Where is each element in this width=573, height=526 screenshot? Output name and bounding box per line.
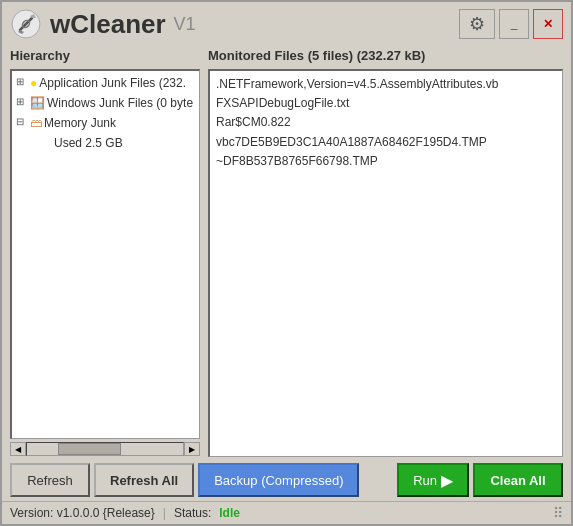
left-panel: Hierarchy ⊞ ● Application Junk Files (23… [10,46,200,457]
resize-grip[interactable]: ⠿ [553,505,563,521]
icon-win-junk: 🪟 [30,94,45,112]
file-list-panel[interactable]: .NETFramework,Version=v4.5.AssemblyAttri… [208,69,563,457]
monitored-files-header: Monitored Files (5 files) (232.27 kB) [208,46,563,65]
clean-button[interactable]: Clean All [473,463,563,497]
minimize-button[interactable]: _ [499,9,529,39]
label-win-junk: Windows Junk Files (0 byte [47,94,193,112]
refresh-button[interactable]: Refresh [10,463,90,497]
expander-app-junk: ⊞ [16,74,28,89]
file-list: .NETFramework,Version=v4.5.AssemblyAttri… [212,73,560,173]
version-text: Version: v1.0.0.0 {Release} [10,506,155,520]
icon-app-junk: ● [30,74,37,92]
scroll-left-arrow[interactable]: ◀ [10,442,26,456]
left-scrollbar[interactable]: ◀ ▶ [10,441,200,457]
tree-item-app-junk[interactable]: ⊞ ● Application Junk Files (232. [14,73,197,93]
expander-mem-junk: ⊟ [16,114,28,129]
icon-mem-junk: 🗃 [30,114,42,132]
app-icon [10,8,42,40]
app-version: V1 [174,14,196,35]
settings-button[interactable]: ⚙ [459,9,495,39]
title-bar: wCleaner V1 ⚙ _ ✕ [2,2,571,46]
file-item-3[interactable]: Rar$CM0.822 [216,113,556,132]
label-app-junk: Application Junk Files (232. [39,74,186,92]
right-panel: Monitored Files (5 files) (232.27 kB) .N… [208,46,563,457]
status-label: Status: [174,506,211,520]
content-area: Hierarchy ⊞ ● Application Junk Files (23… [2,46,571,501]
run-button[interactable]: Run ▶ [397,463,469,497]
label-mem-junk: Memory Junk [44,114,116,132]
file-item-1[interactable]: .NETFramework,Version=v4.5.AssemblyAttri… [216,75,556,94]
tree-item-used-gb[interactable]: Used 2.5 GB [38,133,197,153]
minimize-icon: _ [511,17,518,31]
close-button[interactable]: ✕ [533,9,563,39]
close-icon: ✕ [543,17,553,31]
file-item-2[interactable]: FXSAPIDebugLogFile.txt [216,94,556,113]
hierarchy-tree[interactable]: ⊞ ● Application Junk Files (232. ⊞ 🪟 Win… [10,69,200,439]
status-separator: | [163,506,166,520]
gear-icon: ⚙ [469,13,485,35]
expander-win-junk: ⊞ [16,94,28,109]
label-used-gb: Used 2.5 GB [54,134,123,152]
tree-item-win-junk[interactable]: ⊞ 🪟 Windows Junk Files (0 byte [14,93,197,113]
status-bar: Version: v1.0.0.0 {Release} | Status: Id… [2,501,571,524]
title-controls: ⚙ _ ✕ [459,9,563,39]
tree-item-mem-junk[interactable]: ⊟ 🗃 Memory Junk [14,113,197,133]
status-value: Idle [219,506,240,520]
title-left: wCleaner V1 [10,8,196,40]
button-bar: Refresh Refresh All Backup (Compressed) … [10,457,563,501]
backup-button[interactable]: Backup (Compressed) [198,463,359,497]
refresh-all-button[interactable]: Refresh All [94,463,194,497]
panels: Hierarchy ⊞ ● Application Junk Files (23… [10,46,563,457]
scroll-thumb[interactable] [58,443,120,455]
run-label: Run [413,473,437,488]
mem-junk-children: Used 2.5 GB [14,133,197,153]
hierarchy-header: Hierarchy [10,46,200,65]
file-item-4[interactable]: vbc7DE5B9ED3C1A40A1887A68462F195D4.TMP [216,133,556,152]
app-title: wCleaner [50,9,166,40]
run-icon: ▶ [441,471,453,490]
file-item-5[interactable]: ~DF8B537B8765F66798.TMP [216,152,556,171]
scroll-track[interactable] [26,442,184,456]
scroll-right-arrow[interactable]: ▶ [184,442,200,456]
main-window: wCleaner V1 ⚙ _ ✕ Hierarchy ⊞ [0,0,573,526]
